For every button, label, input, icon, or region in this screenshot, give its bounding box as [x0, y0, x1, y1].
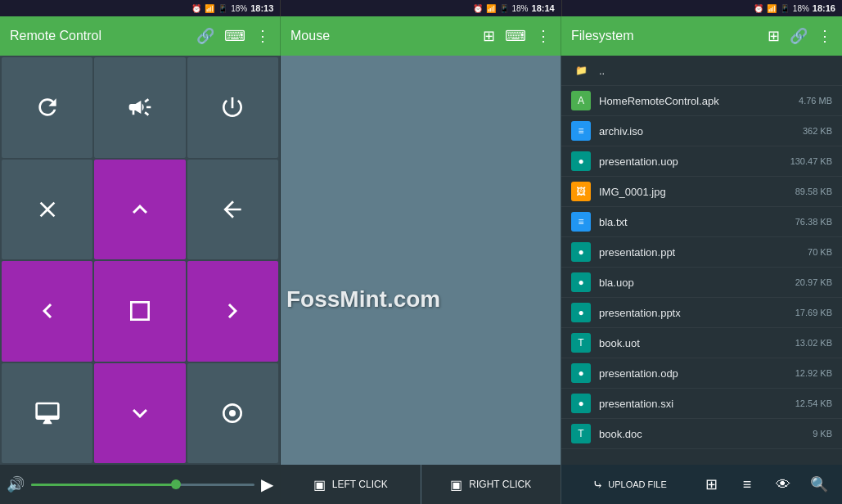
- camera-button[interactable]: [187, 363, 278, 464]
- filesystem-list: 📁 .. A HomeRemoteControl.apk 4.76 MB ≡ a…: [561, 56, 842, 465]
- fs-item-size: 12.54 KB: [775, 398, 832, 408]
- fs-item-size: 9 KB: [775, 429, 832, 439]
- fs-link-icon[interactable]: 🔗: [790, 27, 808, 45]
- signal-icon-2: 📱: [499, 4, 509, 13]
- fs-grid-icon[interactable]: ⊞: [768, 27, 780, 45]
- play-button[interactable]: ▶: [261, 475, 273, 494]
- fs-item-icon: ≡: [571, 212, 591, 232]
- fs-list-item[interactable]: T book.doc 9 KB: [561, 419, 842, 449]
- remote-title: Remote Control: [10, 29, 187, 43]
- fs-item-icon: ●: [571, 394, 591, 413]
- signal-icon-1: 📱: [218, 4, 227, 13]
- wifi-icon-1: 📶: [205, 4, 214, 13]
- alarm-icon-2: ⏰: [473, 4, 483, 13]
- fs-item-name: archiv.iso: [599, 125, 767, 137]
- battery-1: 18%: [231, 4, 247, 13]
- fs-item-name: book.doc: [599, 428, 767, 440]
- left-button[interactable]: [2, 261, 92, 362]
- alarm-icon-3: ⏰: [754, 4, 763, 13]
- wifi-icon-3: 📶: [767, 4, 777, 13]
- status-bar-2: ⏰ 📶 📱 18% 18:14: [281, 0, 561, 16]
- fs-item-name: presentation.sxi: [599, 398, 767, 410]
- fs-list-item[interactable]: 🖼 IMG_0001.jpg 89.58 KB: [561, 177, 842, 207]
- monitor-button[interactable]: [2, 363, 92, 464]
- remote-grid: [0, 56, 280, 465]
- fs-list-item[interactable]: ● bla.uop 20.97 KB: [561, 268, 842, 298]
- fs-list-item[interactable]: ≡ bla.txt 76.38 KB: [561, 207, 842, 237]
- announce-button[interactable]: [94, 57, 185, 158]
- status-bar-3: ⏰ 📶 📱 18% 18:16: [562, 0, 842, 16]
- stop-button[interactable]: [94, 261, 185, 362]
- remote-more-icon[interactable]: ⋮: [255, 27, 270, 45]
- upload-label: UPLOAD FILE: [608, 479, 667, 489]
- remote-keyboard-icon[interactable]: ⌨: [224, 27, 245, 45]
- filesystem-panel: 📁 .. A HomeRemoteControl.apk 4.76 MB ≡ a…: [561, 56, 842, 504]
- mouse-more-icon[interactable]: ⋮: [536, 27, 551, 45]
- battery-2: 18%: [512, 4, 529, 13]
- app-bar-remote: Remote Control 🔗 ⌨ ⋮: [0, 16, 281, 56]
- fs-list-item[interactable]: ● presentation.ppt 70 KB: [561, 237, 842, 268]
- fs-list-item[interactable]: ● presentation.uop 130.47 KB: [561, 146, 842, 177]
- fs-item-name: presentation.uop: [599, 155, 767, 168]
- fs-item-icon: 📁: [571, 61, 591, 80]
- fs-view-toggle-button[interactable]: 👁: [767, 465, 799, 504]
- app-bar-mouse: Mouse ⊞ ⌨ ⋮: [281, 16, 561, 56]
- mouse-panel: ▣ LEFT CLICK ▣ RIGHT CLICK: [281, 56, 561, 504]
- fs-item-icon: ≡: [571, 121, 591, 141]
- fs-sort-button[interactable]: ≡: [731, 465, 763, 504]
- right-click-label: RIGHT CLICK: [469, 479, 531, 490]
- fs-item-size: 362 KB: [775, 126, 832, 136]
- volume-slider-fill: [31, 484, 176, 486]
- volume-slider[interactable]: [31, 484, 254, 486]
- back-button[interactable]: [187, 160, 278, 260]
- fs-item-icon: A: [571, 91, 591, 110]
- upload-icon: ⤷: [592, 477, 603, 493]
- refresh-button[interactable]: [2, 57, 92, 158]
- fs-grid-view-button[interactable]: ⊞: [695, 465, 727, 504]
- fs-list-item[interactable]: ● presentation.odp 12.92 KB: [561, 358, 842, 389]
- fs-item-icon: ●: [571, 242, 591, 262]
- up-button[interactable]: [94, 160, 185, 260]
- time-2: 18:14: [532, 3, 555, 13]
- right-click-button[interactable]: ▣ RIGHT CLICK: [421, 465, 561, 504]
- fs-list-item[interactable]: ≡ archiv.iso 362 KB: [561, 116, 842, 146]
- battery-3: 18%: [793, 4, 809, 13]
- fs-item-name: book.uot: [599, 337, 767, 349]
- status-bars-container: ⏰ 📶 📱 18% 18:13 ⏰ 📶 📱 18% 18:14 ⏰ 📶 📱 18…: [0, 0, 842, 16]
- wifi-icon-2: 📶: [486, 4, 496, 13]
- fs-item-name: presentation.ppt: [599, 246, 767, 259]
- time-1: 18:13: [250, 3, 273, 13]
- fs-item-size: 76.38 KB: [775, 217, 832, 227]
- power-button[interactable]: [187, 57, 278, 158]
- mouse-grid-icon[interactable]: ⊞: [483, 27, 495, 45]
- app-bars-container: Remote Control 🔗 ⌨ ⋮ Mouse ⊞ ⌨ ⋮ Filesys…: [0, 16, 842, 56]
- right-click-icon: ▣: [450, 477, 462, 493]
- fs-item-size: 13.02 KB: [775, 338, 832, 348]
- fs-list-item[interactable]: A HomeRemoteControl.apk 4.76 MB: [561, 86, 842, 116]
- upload-file-button[interactable]: ⤷ UPLOAD FILE: [568, 465, 691, 504]
- fs-item-name: IMG_0001.jpg: [599, 186, 767, 198]
- left-click-button[interactable]: ▣ LEFT CLICK: [281, 465, 421, 504]
- down-button[interactable]: [94, 363, 185, 464]
- fs-list-item[interactable]: ● presentation.pptx 17.69 KB: [561, 298, 842, 328]
- mouse-keyboard-icon[interactable]: ⌨: [505, 27, 526, 45]
- filesystem-title: Filesystem: [571, 29, 758, 43]
- volume-icon[interactable]: 🔊: [7, 475, 25, 493]
- alarm-icon-1: ⏰: [191, 4, 201, 13]
- fs-more-icon[interactable]: ⋮: [817, 27, 832, 45]
- close-button[interactable]: [2, 160, 92, 260]
- time-3: 18:16: [813, 3, 835, 13]
- fs-list-item[interactable]: T book.uot 13.02 KB: [561, 328, 842, 358]
- remote-link-icon[interactable]: 🔗: [196, 27, 214, 45]
- mouse-touch-area[interactable]: [281, 56, 561, 465]
- fs-item-name: bla.uop: [599, 277, 767, 289]
- fs-item-size: 130.47 KB: [775, 156, 832, 166]
- right-button[interactable]: [187, 261, 278, 362]
- fs-list-item[interactable]: 📁 ..: [561, 56, 842, 86]
- remote-panel: 🔊 ▶: [0, 56, 281, 504]
- svg-point-2: [229, 410, 236, 416]
- fs-search-button[interactable]: 🔍: [803, 465, 835, 504]
- signal-icon-3: 📱: [780, 4, 790, 13]
- fs-item-icon: ●: [571, 272, 591, 292]
- fs-list-item[interactable]: ● presentation.sxi 12.54 KB: [561, 389, 842, 419]
